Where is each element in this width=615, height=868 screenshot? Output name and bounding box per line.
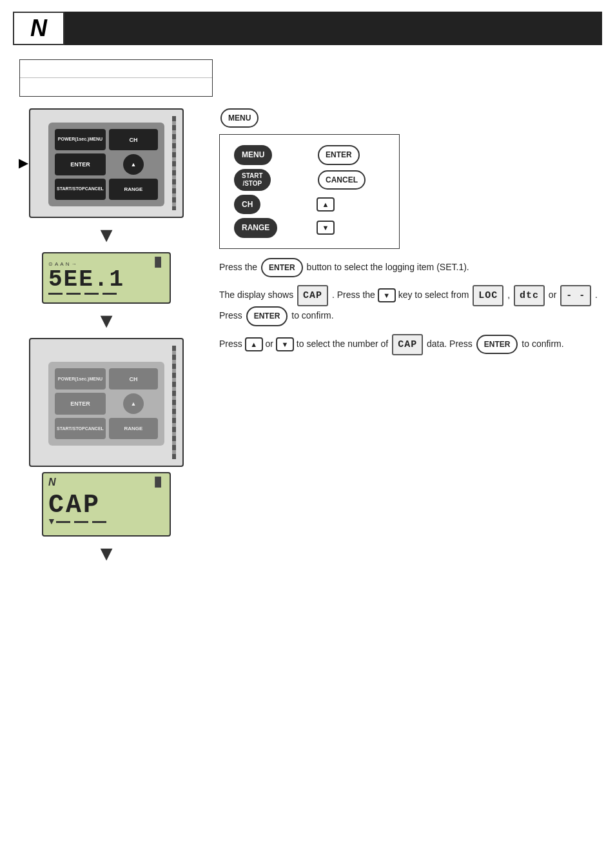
header-bar [64,12,602,45]
key-table-box: MENU ENTER START/STOP CANCEL CH ▲ RANGE [219,134,400,248]
menu-pill-button[interactable]: MENU [220,108,259,128]
cap-lcd-label: CAP [297,285,328,307]
key-row-up: ▲ [317,195,387,214]
key-row-menu: MENU [233,145,304,164]
para-cap-text3: key to select from [398,290,469,300]
log-lcd-label: LOC [473,285,503,307]
main-layout: ▶ POWER(1sec.) MENU CH ENTER ▲ START/STO… [0,108,615,571]
key-row-enter: ENTER [317,145,387,164]
battery-icon-2: ▐▌ [151,477,164,487]
key-cancel[interactable]: CANCEL [318,170,366,190]
key-up[interactable]: ▲ [317,197,335,212]
enter-pill[interactable]: ENTER [261,258,303,277]
arrow-down-1: ▼ [96,223,117,247]
key-down[interactable]: ▼ [317,221,335,235]
key-row-cancel: CANCEL [317,169,387,191]
start-stop-button[interactable]: START/STOPCANCEL [55,179,106,200]
device-buttons-2: POWER(1sec.)MENU CH ENTER ▲ START/STOPCA… [48,362,164,446]
para-cap-or: or [549,290,556,300]
para-cap: The display shows CAP . Press the ▼ key … [219,285,602,326]
para-cap-text2: . Press the [332,290,375,300]
info-box-row2 [20,78,212,96]
lcd-display-cap: ▐▌ N ▼ CAP [42,472,171,537]
para-enter-text1: Press the [219,262,257,272]
para-cap-sel-or: or [266,339,273,349]
device-buttons: POWER(1sec.) MENU CH ENTER ▲ START/STOPC… [48,123,164,206]
device-line-2 [172,346,176,459]
header-letter: N [13,12,64,45]
lcd-cap-arrow: ▼ [47,516,56,526]
key-start-stop[interactable]: START/STOP [234,169,271,191]
lcd-main-text: 5EE.1 [48,268,164,291]
para-cap-sel-3: data. Press [427,339,473,349]
dtc-lcd-label: dtc [514,285,545,307]
para-enter: Press the ENTER button to select the log… [219,258,602,277]
para-cap-text5: to confirm. [291,310,333,321]
device-panel: ▶ POWER(1sec.) MENU CH ENTER ▲ START/STO… [29,108,184,218]
para-cap-sel-4: to confirm. [522,339,563,349]
menu-section: MENU [219,108,602,128]
key-enter[interactable]: ENTER [318,145,360,164]
range-button[interactable]: RANGE [109,179,158,200]
device-line [172,116,176,210]
info-box [19,59,213,97]
lcd-underlines [48,293,164,295]
para-cap-comma: , [507,290,510,300]
enter-button-device[interactable]: ENTER [55,153,106,175]
key-menu[interactable]: MENU [234,145,272,164]
key-row-range: RANGE [233,218,304,237]
panel-arrow: ▶ [19,156,28,170]
cap-lcd-label-2: CAP [392,334,423,356]
para-cap-select: Press ▲ or ▼ to select the number of CAP… [219,334,602,356]
arrow-down-3: ▼ [96,542,117,566]
para-enter-text2: button to select the logging item (SET.1… [307,262,469,272]
para-cap-text1: The display shows [219,290,293,300]
left-column: ▶ POWER(1sec.) MENU CH ENTER ▲ START/STO… [13,108,200,571]
down-tri-btn-2[interactable]: ▼ [276,337,294,351]
ch-button[interactable]: CH [109,129,158,150]
lcd-n-label: N [48,477,56,488]
key-range[interactable]: RANGE [234,218,277,237]
info-box-row1 [20,60,212,78]
lcd-cap-underlines [48,521,164,523]
battery-icon: ▐▌ [151,257,164,267]
lcd-display-1: ▐▌ ⊙AAN→ 5EE.1 [42,252,171,304]
up-tri-btn-2[interactable]: ▲ [245,337,263,351]
right-column: MENU MENU ENTER START/STOP CANCEL CH ▲ [200,108,602,571]
up-button-device[interactable]: ▲ [123,154,144,175]
key-ch[interactable]: CH [234,195,260,214]
lcd-cap-text: CAP [48,491,164,520]
enter-pill-3[interactable]: ENTER [476,335,518,354]
dash-lcd-label: - - [560,285,591,307]
para-cap-sel-2: to select the number of [297,339,388,349]
down-tri-btn-1[interactable]: ▼ [378,288,396,302]
key-row-start: START/STOP [233,169,304,191]
key-row-ch: CH [233,195,304,214]
enter-pill-2[interactable]: ENTER [246,306,288,326]
key-row-down: ▼ [317,218,387,237]
power-menu-button[interactable]: POWER(1sec.) MENU [55,129,106,150]
device-panel-2: POWER(1sec.)MENU CH ENTER ▲ START/STOPCA… [29,338,184,467]
page-header: N [13,12,602,45]
para-cap-sel-1: Press [219,339,242,349]
arrow-down-2: ▼ [96,309,117,333]
